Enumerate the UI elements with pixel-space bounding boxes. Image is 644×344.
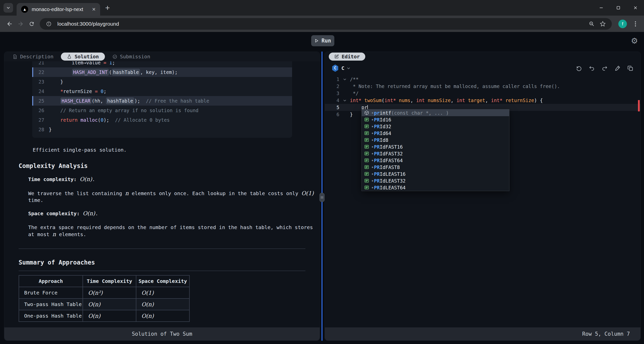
suggest-item[interactable]: •PRIdLEAST16 xyxy=(362,170,509,177)
browser-tab[interactable]: ▲ monaco-editor-lsp-next × xyxy=(17,3,100,16)
tab-close-icon[interactable]: × xyxy=(92,6,96,13)
editor-line[interactable]: 2 * Note: The returned array must be mal… xyxy=(325,83,640,90)
forward-icon[interactable] xyxy=(15,18,26,29)
fold-chevron-icon[interactable] xyxy=(339,97,350,104)
copy-icon[interactable] xyxy=(627,65,633,71)
approach-cell: Two-pass Hash Table xyxy=(19,298,83,310)
bookmark-star-icon[interactable] xyxy=(597,21,608,27)
solution-code-block: 21 item→value = 1;22 HASH_ADD_INT(hashTa… xyxy=(32,61,292,138)
reload-icon[interactable] xyxy=(26,18,37,29)
profile-avatar[interactable]: f xyxy=(618,20,627,28)
suggest-match: PR xyxy=(374,164,380,170)
solution-content[interactable]: 21 item→value = 1;22 HASH_ADD_INT(hashTa… xyxy=(4,61,320,327)
code-line: 21 item→value = 1; xyxy=(32,61,292,67)
suggest-item[interactable]: •PRIdLEAST32 xyxy=(362,177,509,184)
tab-description[interactable]: Description xyxy=(13,54,53,60)
snippet-icon xyxy=(364,178,370,183)
code-token: hashTable xyxy=(112,69,140,76)
code-token: int* xyxy=(384,98,396,103)
kebab-menu-icon[interactable] xyxy=(631,21,640,27)
browser-toolbar: localhost:3000/playground f xyxy=(0,16,644,32)
line-number: 24 xyxy=(35,87,44,96)
snippet-icon xyxy=(364,158,370,163)
editor-toolbar: C C xyxy=(325,61,640,75)
suggest-label: IdFAST16 xyxy=(380,144,403,150)
suggest-item[interactable]: •PRId8 xyxy=(362,137,509,143)
code-token xyxy=(49,89,60,94)
suggest-bullet: • xyxy=(371,185,374,190)
fold-chevron-icon[interactable] xyxy=(339,76,350,83)
flask-icon xyxy=(67,54,72,59)
autocomplete-popup: •printf(const char *, ... )•PRId16•PRId3… xyxy=(361,109,509,191)
code-text: int* twoSum(int* nums, int numsSize, int… xyxy=(350,97,543,104)
suggest-bullet: • xyxy=(371,178,374,184)
editor-line[interactable]: 1/** xyxy=(325,76,640,83)
line-number: 2 xyxy=(325,83,339,90)
suggest-match: pr xyxy=(374,110,380,116)
grip-icon xyxy=(321,196,323,199)
code-token xyxy=(361,98,364,103)
fold-spacer xyxy=(339,83,350,90)
code-token: target xyxy=(468,98,485,103)
suggest-item[interactable]: •PRIdLEAST64 xyxy=(362,184,509,191)
tab-label: Submission xyxy=(120,54,150,60)
suggest-bullet: • xyxy=(371,137,374,143)
tab-submission[interactable]: Submission xyxy=(112,54,150,60)
suggest-item[interactable]: •PRIdFAST64 xyxy=(362,157,509,164)
back-icon[interactable] xyxy=(4,18,15,29)
tab-title: monaco-editor-lsp-next xyxy=(32,7,89,12)
tab-solution[interactable]: Solution xyxy=(61,53,105,61)
line-number: 26 xyxy=(35,106,44,115)
fold-spacer xyxy=(339,90,350,97)
tab-search-button[interactable] xyxy=(4,3,13,13)
run-label: Run xyxy=(321,38,331,44)
editor-line[interactable]: 4int* twoSum(int* nums, int numsSize, in… xyxy=(325,97,640,104)
language-chevron-down-icon[interactable] xyxy=(347,66,350,70)
code-text: } xyxy=(49,125,52,134)
url-text[interactable]: localhost:3000/playground xyxy=(57,21,586,27)
suggest-item[interactable]: •PRId16 xyxy=(362,116,509,123)
suggest-item[interactable]: •PRId32 xyxy=(362,123,509,130)
suggest-bullet: • xyxy=(371,124,374,129)
redo-icon[interactable] xyxy=(601,65,608,71)
browser-tabstrip: ▲ monaco-editor-lsp-next × + xyxy=(0,0,644,16)
text-segment: n xyxy=(52,231,56,237)
run-button[interactable]: Run xyxy=(311,35,334,46)
suggest-label: IdLEAST32 xyxy=(380,178,406,184)
line-number: 28 xyxy=(35,125,44,134)
suggest-item[interactable]: •PRIdFAST16 xyxy=(362,143,509,150)
zoom-icon[interactable] xyxy=(586,21,597,27)
tab-editor[interactable]: Editor xyxy=(329,53,365,61)
minimize-icon[interactable] xyxy=(593,0,610,16)
space-cell: O(1) xyxy=(136,287,189,298)
c-language-icon: C xyxy=(332,65,339,72)
close-icon[interactable] xyxy=(627,0,644,16)
code-token: nums xyxy=(399,98,411,103)
new-tab-icon[interactable]: + xyxy=(105,3,110,13)
code-token: int xyxy=(456,98,465,103)
text-segment: O(1) xyxy=(301,190,314,196)
text-segment: Space complexity: xyxy=(28,210,83,217)
address-bar[interactable]: localhost:3000/playground xyxy=(40,18,612,30)
suggest-item[interactable]: •PRIdFAST32 xyxy=(362,150,509,157)
text-segment: Time complexity: xyxy=(28,176,80,182)
text-segment: We traverse the list containing xyxy=(28,190,125,196)
line-number: 4 xyxy=(325,97,339,104)
info-icon[interactable] xyxy=(43,21,54,27)
text-segment: time. xyxy=(28,197,43,203)
maximize-icon[interactable] xyxy=(610,0,627,16)
suggest-item[interactable]: •PRIdFAST8 xyxy=(362,164,509,170)
undo-icon[interactable] xyxy=(589,65,595,71)
gear-icon[interactable]: ⚙ xyxy=(631,36,638,45)
reset-icon[interactable] xyxy=(576,65,582,71)
editor-line[interactable]: 3 */ xyxy=(325,90,640,97)
format-icon[interactable] xyxy=(614,65,621,71)
suggest-bullet: • xyxy=(371,158,374,163)
monaco-editor[interactable]: 1/**2 * Note: The returned array must be… xyxy=(325,75,640,327)
suggest-label: Id32 xyxy=(380,124,391,129)
text-segment: O(n) xyxy=(80,176,92,182)
suggest-item[interactable]: •PRId64 xyxy=(362,130,509,137)
panel-resize-handle[interactable] xyxy=(319,193,325,202)
code-token xyxy=(502,98,505,103)
suggest-item[interactable]: •printf(const char *, ... ) xyxy=(362,109,509,116)
